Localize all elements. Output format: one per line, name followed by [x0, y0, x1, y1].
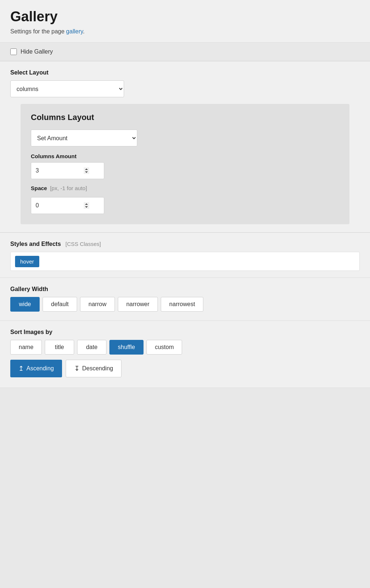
sort-images-section: Sort Images by name title date shuffle c…	[0, 321, 370, 388]
sort-shuffle-btn[interactable]: shuffle	[109, 340, 144, 355]
sort-custom-btn[interactable]: custom	[146, 340, 182, 355]
page-title: Gallery	[10, 9, 360, 25]
space-field: Space [px, -1 for auto]	[31, 185, 339, 214]
descending-btn[interactable]: ↧ Descending	[66, 360, 122, 377]
layout-select[interactable]: columns rows masonry justified square	[10, 80, 124, 97]
sort-date-btn[interactable]: date	[77, 340, 106, 355]
select-layout-section: Select Layout columns rows masonry justi…	[0, 61, 370, 233]
gallery-width-wide-btn[interactable]: wide	[10, 297, 40, 312]
sort-name-btn[interactable]: name	[10, 340, 42, 355]
descending-label: Descending	[82, 365, 113, 372]
select-layout-label: Select Layout	[10, 69, 360, 76]
gallery-width-narrowest-btn[interactable]: narrowest	[161, 297, 203, 312]
styles-effects-section: Styles and Effects [CSS Classes] hover	[0, 233, 370, 278]
styles-input-wrap[interactable]: hover	[10, 252, 360, 271]
styles-hint: [CSS Classes]	[65, 241, 101, 247]
hide-gallery-label[interactable]: Hide Gallery	[21, 48, 53, 55]
space-label: Space	[31, 185, 47, 191]
columns-amount-label: Columns Amount	[31, 153, 339, 159]
ascending-icon: ↥	[18, 364, 24, 373]
page-subtitle: Settings for the page gallery.	[10, 28, 360, 35]
ascending-btn[interactable]: ↥ Ascending	[10, 360, 62, 377]
sort-images-label: Sort Images by	[10, 329, 360, 335]
sort-options-group: name title date shuffle custom	[10, 340, 360, 355]
space-hint: [px, -1 for auto]	[50, 185, 87, 191]
space-input-wrap	[31, 197, 104, 214]
gallery-width-narrow-btn[interactable]: narrow	[80, 297, 115, 312]
gallery-width-default-btn[interactable]: default	[43, 297, 77, 312]
amount-select[interactable]: Set Amount Auto	[31, 130, 137, 146]
gallery-width-btn-group: wide default narrow narrower narrowest	[10, 297, 360, 312]
descending-icon: ↧	[74, 364, 80, 373]
styles-label: Styles and Effects	[10, 241, 61, 247]
hover-tag[interactable]: hover	[15, 256, 39, 267]
styles-label-row: Styles and Effects [CSS Classes]	[10, 241, 360, 247]
ascending-label: Ascending	[26, 365, 54, 372]
gallery-width-narrower-btn[interactable]: narrower	[118, 297, 158, 312]
hide-gallery-checkbox[interactable]	[10, 48, 17, 55]
gallery-width-section: Gallery Width wide default narrow narrow…	[0, 278, 370, 321]
sort-title-btn[interactable]: title	[45, 340, 74, 355]
columns-amount-field: Columns Amount	[31, 153, 339, 179]
gallery-width-label: Gallery Width	[10, 286, 360, 293]
space-label-row: Space [px, -1 for auto]	[31, 185, 339, 191]
sort-order-row: ↥ Ascending ↧ Descending	[10, 360, 360, 377]
gallery-link[interactable]: gallery	[66, 28, 83, 35]
columns-layout-box: Columns Layout Set Amount Auto Columns A…	[21, 104, 349, 224]
columns-amount-input[interactable]	[31, 162, 104, 179]
columns-amount-input-wrap	[31, 162, 104, 179]
page-header: Gallery Settings for the page gallery.	[0, 0, 370, 43]
columns-layout-title: Columns Layout	[31, 113, 339, 122]
space-input[interactable]	[31, 197, 104, 214]
amount-select-wrap: Set Amount Auto	[31, 130, 339, 153]
hide-gallery-row: Hide Gallery	[0, 43, 370, 61]
